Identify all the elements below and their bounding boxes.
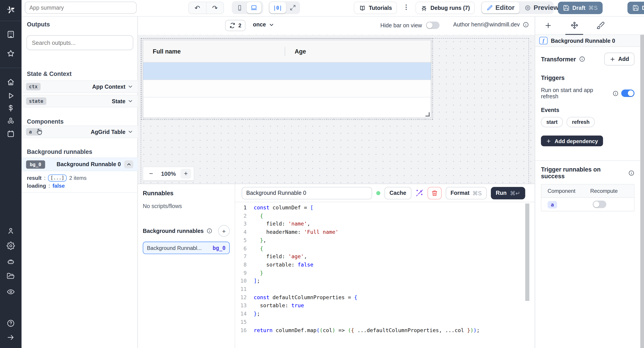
hide-bar-toggle[interactable]: [426, 22, 440, 29]
home-icon[interactable]: [7, 78, 15, 86]
app-canvas[interactable]: Full name Age − 100% +: [138, 35, 535, 184]
component-a-chip[interactable]: a: [548, 201, 557, 208]
run-on-start-label: Run on start and app refresh: [541, 87, 610, 100]
debug-runs-button[interactable]: Debug runs (7): [416, 2, 475, 14]
settings-gear-icon[interactable]: [7, 242, 15, 250]
hide-bar-label: Hide bar on view: [380, 22, 422, 29]
center-align-icon: |0|: [273, 5, 282, 11]
add-transformer-button[interactable]: Add: [604, 53, 634, 65]
table-row[interactable]: [143, 80, 431, 97]
add-dependency-button[interactable]: Add dependency: [541, 135, 603, 146]
author-label: Author henri@windmill.dev: [453, 22, 520, 28]
transformer-title: Transformer: [541, 56, 576, 63]
collapse-arrow-icon[interactable]: [7, 333, 15, 341]
redo-button[interactable]: ↷: [206, 2, 224, 14]
components-title: Components: [22, 118, 69, 125]
column-separator[interactable]: [285, 47, 285, 56]
editor-scrollbar[interactable]: [525, 204, 530, 301]
run-label: Run: [496, 190, 507, 196]
undo-button[interactable]: ↶: [189, 2, 206, 14]
save-icon: [632, 5, 639, 11]
draft-button[interactable]: Draft ⌘S: [558, 2, 603, 14]
help-icon[interactable]: [7, 319, 15, 327]
tab-editor[interactable]: Editor: [482, 2, 520, 13]
recompute-table: Component Recompute a: [541, 184, 634, 211]
zoom-in-button[interactable]: +: [180, 169, 191, 179]
event-chip-start[interactable]: start: [541, 117, 563, 127]
refresh-mode-select[interactable]: once: [253, 22, 274, 28]
table-row: a: [541, 198, 634, 211]
table-row-selected[interactable]: [143, 63, 431, 80]
rail-divider: [0, 21, 22, 21]
delete-button[interactable]: [427, 187, 442, 199]
bg-runnable-item[interactable]: Background Runnabl... bg_0: [143, 242, 230, 254]
panel-scrollbar[interactable]: [640, 35, 644, 348]
run-button[interactable]: Run ⌘↵: [491, 187, 525, 199]
add-dependency-label: Add dependency: [554, 138, 598, 144]
event-chips: startrefresh: [541, 117, 634, 127]
mobile-view-button[interactable]: [232, 2, 247, 13]
schedules-calendar-icon[interactable]: [7, 130, 15, 138]
cache-button[interactable]: Cache: [384, 187, 411, 199]
resources-cubes-icon[interactable]: [7, 117, 15, 125]
book-icon: [359, 4, 366, 11]
aggrid-table-component[interactable]: Full name Age: [143, 40, 431, 118]
windmill-logo[interactable]: [6, 5, 16, 15]
result-expand-chip[interactable]: [...]: [48, 174, 67, 181]
column-header-component: Component: [541, 188, 590, 194]
desktop-view-button[interactable]: [247, 2, 261, 13]
table-header-age[interactable]: Age: [295, 40, 306, 63]
runnable-name-input[interactable]: [242, 187, 372, 199]
add-bg-runnable-button[interactable]: +: [218, 225, 230, 237]
output-row-bg0[interactable]: bg_0 Background Runnable 0: [22, 157, 138, 171]
app-summary-input[interactable]: [25, 2, 137, 14]
colon: :: [44, 175, 46, 181]
refresh-mode-value: once: [253, 22, 266, 28]
favorites-star-icon[interactable]: [7, 49, 15, 58]
loading-row[interactable]: loading : false: [22, 183, 138, 193]
table-header-fullname[interactable]: Full name: [153, 40, 181, 63]
format-label: Format: [450, 190, 470, 196]
output-row-ctx[interactable]: ctx App Context: [22, 80, 138, 93]
deploy-button[interactable]: Deploy: [628, 2, 644, 14]
variables-dollar-icon[interactable]: [7, 104, 15, 112]
runs-play-icon[interactable]: [7, 92, 15, 100]
tab-insert-component[interactable]: [535, 16, 561, 35]
output-row-component-a[interactable]: a AgGrid Table: [22, 126, 138, 138]
event-chip-refresh[interactable]: refresh: [567, 117, 595, 127]
tab-component-settings[interactable]: [561, 16, 588, 35]
tab-preview[interactable]: Preview: [520, 2, 564, 13]
column-header-recompute: Recompute: [590, 188, 618, 194]
tab-styling[interactable]: [587, 16, 613, 35]
function-icon: f: [539, 37, 548, 44]
zoom-out-button[interactable]: −: [146, 169, 156, 179]
code-lines[interactable]: 1const columnDef = [2 {3 field: 'name',4…: [235, 202, 529, 348]
runnables-panel: Runnables No scripts/flows Background ru…: [138, 184, 235, 348]
fullscreen-button[interactable]: [286, 2, 300, 13]
author-info: Author henri@windmill.dev: [453, 22, 529, 28]
code-editor-panel: Cache Format ⌘S Run ⌘↵ 1const columnDef …: [235, 184, 535, 348]
workers-robot-icon[interactable]: [7, 257, 15, 266]
settings-body: Transformer Add Triggers Run on start an…: [535, 47, 640, 348]
state-context-title: State & Context: [22, 71, 77, 77]
tutorials-button[interactable]: Tutorials: [354, 2, 397, 14]
run-on-start-toggle[interactable]: [622, 90, 634, 97]
ai-wand-icon[interactable]: [415, 189, 423, 197]
collapse-bg0-button[interactable]: [124, 160, 133, 168]
apps-icon[interactable]: [7, 30, 15, 39]
output-row-state[interactable]: state State: [22, 95, 138, 107]
center-align-button[interactable]: |0|: [270, 2, 286, 13]
info-icon: [206, 228, 212, 234]
folders-folder-icon[interactable]: [7, 272, 15, 280]
resize-handle[interactable]: [426, 112, 430, 117]
more-menu-button[interactable]: ⋮: [403, 3, 410, 11]
format-button[interactable]: Format ⌘S: [446, 187, 487, 199]
audit-eye-icon[interactable]: [7, 288, 15, 296]
search-outputs-input[interactable]: [26, 35, 133, 50]
bottom-panel: Runnables No scripts/flows Background ru…: [138, 184, 535, 348]
refresh-count-button[interactable]: 2: [225, 20, 246, 31]
refresh-icon: [229, 22, 236, 29]
result-row[interactable]: result : [...] 2 items: [22, 173, 138, 183]
users-person-icon[interactable]: [7, 227, 15, 235]
recompute-toggle[interactable]: [592, 201, 606, 208]
